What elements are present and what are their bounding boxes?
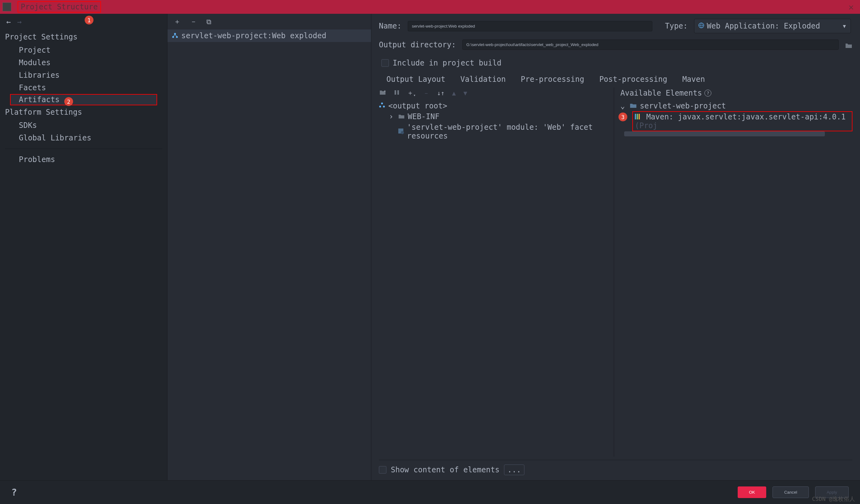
artifacts-label: Artifacts — [19, 95, 60, 104]
cancel-button[interactable]: Cancel — [773, 487, 809, 498]
tab-output-layout[interactable]: Output Layout — [386, 75, 445, 84]
project-name: servlet-web-project — [640, 102, 726, 110]
type-label: Type: — [665, 21, 688, 30]
svg-text:+: + — [384, 90, 386, 93]
name-input[interactable] — [408, 21, 653, 31]
ok-button[interactable]: OK — [738, 487, 766, 498]
show-content-row: Show content of elements ... — [379, 460, 852, 475]
watermark: CSDN @逸枚俗人 — [812, 495, 855, 503]
titlebar: Project Structure 1 ✕ — [0, 0, 860, 14]
outdir-label: Output directory: — [379, 41, 456, 49]
available-header: Available Elements ? — [620, 87, 852, 101]
svg-point-7 — [381, 103, 383, 104]
artifact-list-item[interactable]: servlet-web-project:Web exploded — [168, 29, 371, 42]
sidebar-item-facets[interactable]: Facets — [0, 81, 167, 94]
type-dropdown[interactable]: Web Application: Exploded ▾ — [694, 19, 851, 33]
project-settings-header: Project Settings — [0, 30, 167, 44]
sidebar-item-libraries[interactable]: Libraries — [0, 69, 167, 81]
facet-label: 'servlet-web-project' module: 'Web' face… — [407, 123, 610, 140]
sidebar-item-project[interactable]: Project — [0, 44, 167, 56]
add-item-icon[interactable]: ＋▾ — [407, 89, 416, 98]
svg-point-8 — [379, 106, 381, 107]
sidebar-item-global-libraries[interactable]: Global Libraries — [0, 132, 167, 144]
name-row: Name: Type: Web Application: Exploded ▾ — [379, 19, 852, 33]
svg-point-11 — [401, 131, 404, 134]
tabs: Output Layout Validation Pre-processing … — [379, 73, 852, 86]
available-label: Available Elements — [620, 89, 702, 98]
available-maven-lib[interactable]: Maven: javax.servlet:javax.servlet-api:4… — [632, 111, 852, 131]
type-value: Web Application: Exploded — [707, 21, 820, 30]
tab-preprocessing[interactable]: Pre-processing — [521, 75, 584, 84]
output-root-label: <output root> — [388, 102, 447, 110]
expand-arrow-icon[interactable]: › — [389, 112, 395, 121]
annotation-badge-1: 1 — [85, 16, 94, 25]
artifact-icon — [171, 32, 179, 40]
sort-icon[interactable]: ↓↑ — [437, 89, 444, 97]
show-content-label: Show content of elements — [391, 465, 500, 474]
root-icon — [379, 102, 385, 110]
back-arrow-icon[interactable]: ← — [6, 17, 11, 26]
remove-item-icon[interactable]: － — [423, 89, 429, 98]
forward-arrow-icon[interactable]: → — [17, 17, 21, 26]
main-layout: ← → Project Settings Project Modules Lib… — [0, 14, 860, 480]
layout-toolbar: + ＋▾ － ↓↑ ▲ ▼ — [379, 87, 610, 101]
ellipsis-button[interactable]: ... — [504, 464, 525, 475]
sidebar-item-sdks[interactable]: SDKs — [0, 119, 167, 132]
browse-folder-icon[interactable] — [845, 42, 852, 48]
move-down-icon[interactable]: ▼ — [463, 89, 467, 97]
svg-point-9 — [383, 106, 385, 107]
project-folder-icon — [630, 102, 637, 110]
help-icon[interactable]: ? — [704, 90, 711, 97]
svg-rect-6 — [397, 90, 399, 95]
expand-down-icon[interactable]: ⌄ — [620, 102, 627, 110]
annotation-badge-2: 2 — [64, 97, 73, 106]
include-label: Include in project build — [393, 59, 502, 68]
sidebar-item-problems[interactable]: Problems — [0, 153, 167, 166]
dialog-footer: ? OK Cancel Apply — [0, 480, 860, 504]
output-layout-area: + ＋▾ － ↓↑ ▲ ▼ <output root> — [379, 87, 852, 457]
app-icon — [2, 2, 11, 11]
artifact-toolbar: ＋ － ⧉ — [168, 14, 371, 29]
close-icon[interactable]: ✕ — [848, 2, 854, 12]
available-project[interactable]: ⌄ servlet-web-project — [620, 101, 852, 111]
webinf-label: WEB-INF — [408, 112, 440, 121]
remove-icon[interactable]: － — [190, 17, 197, 26]
include-checkbox[interactable] — [382, 59, 389, 67]
window-title: Project Structure — [17, 1, 101, 13]
artifact-name: servlet-web-project:Web exploded — [181, 31, 326, 40]
platform-settings-header: Platform Settings — [0, 105, 167, 119]
tab-validation[interactable]: Validation — [460, 75, 506, 84]
show-content-checkbox[interactable] — [379, 466, 386, 474]
nav-arrows: ← → — [0, 14, 167, 30]
library-icon — [635, 114, 640, 119]
tab-maven[interactable]: Maven — [682, 75, 705, 84]
tab-postprocessing[interactable]: Post-processing — [599, 75, 668, 84]
outdir-row: Output directory: — [379, 40, 852, 50]
web-icon — [698, 21, 704, 30]
tree-facet-resources[interactable]: 'servlet-web-project' module: 'Web' face… — [379, 122, 610, 142]
move-up-icon[interactable]: ▲ — [452, 89, 456, 97]
artifact-list-panel: ＋ － ⧉ servlet-web-project:Web exploded — [168, 14, 371, 480]
tree-output-root[interactable]: <output root> — [379, 101, 610, 111]
svg-point-1 — [172, 36, 174, 38]
folder-icon — [398, 112, 405, 121]
sidebar-item-modules[interactable]: Modules — [0, 56, 167, 69]
annotation-badge-3: 3 — [618, 113, 627, 121]
help-button[interactable]: ? — [11, 487, 17, 498]
available-elements-panel: Available Elements ? ⌄ servlet-web-proje… — [614, 87, 852, 457]
sidebar: ← → Project Settings Project Modules Lib… — [0, 14, 168, 480]
copy-icon[interactable]: ⧉ — [206, 18, 211, 26]
sidebar-item-artifacts[interactable]: Artifacts — [10, 94, 157, 105]
svg-point-2 — [176, 36, 178, 38]
module-icon — [398, 127, 404, 136]
tree-webinf[interactable]: › WEB-INF — [379, 111, 610, 122]
outdir-input[interactable] — [462, 40, 839, 50]
include-build-row[interactable]: Include in project build — [382, 59, 852, 68]
columns-icon[interactable] — [394, 89, 400, 97]
chevron-down-icon: ▾ — [842, 21, 846, 30]
maven-label: Maven: javax.servlet:javax.servlet-api:4… — [646, 113, 846, 121]
horizontal-scrollbar[interactable] — [624, 131, 825, 136]
new-folder-icon[interactable]: + — [379, 89, 386, 97]
add-icon[interactable]: ＋ — [174, 17, 181, 26]
output-tree-panel: + ＋▾ － ↓↑ ▲ ▼ <output root> — [379, 87, 614, 457]
